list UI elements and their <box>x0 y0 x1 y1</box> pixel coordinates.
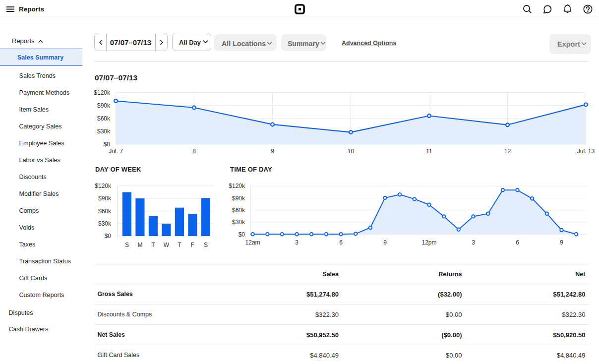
svg-text:6: 6 <box>339 239 343 246</box>
svg-text:3: 3 <box>295 239 299 246</box>
svg-text:S: S <box>125 242 129 248</box>
svg-text:9: 9 <box>560 239 563 246</box>
svg-text:W: W <box>164 242 170 248</box>
svg-text:$60k: $60k <box>98 208 112 215</box>
svg-text:3: 3 <box>472 239 475 246</box>
svg-text:11: 11 <box>426 148 432 155</box>
svg-text:12: 12 <box>504 148 511 155</box>
svg-text:T: T <box>178 242 181 248</box>
svg-text:T: T <box>151 242 155 248</box>
svg-text:Jul. 7: Jul. 7 <box>109 148 123 155</box>
svg-text:$0: $0 <box>239 231 245 238</box>
svg-text:$0: $0 <box>104 141 111 148</box>
svg-text:F: F <box>191 242 194 248</box>
svg-text:$90k: $90k <box>232 195 245 202</box>
svg-text:$30k: $30k <box>232 219 245 226</box>
svg-text:$0: $0 <box>105 233 112 240</box>
svg-text:$90k: $90k <box>97 102 111 109</box>
svg-text:$30k: $30k <box>97 128 111 135</box>
svg-text:9: 9 <box>271 148 274 155</box>
svg-text:$120k: $120k <box>95 182 112 189</box>
svg-text:10: 10 <box>348 148 355 155</box>
svg-text:$120k: $120k <box>94 89 111 96</box>
svg-text:$60k: $60k <box>232 207 245 214</box>
svg-text:S: S <box>204 242 208 248</box>
svg-text:Jul. 13: Jul. 13 <box>577 148 595 155</box>
svg-text:$60k: $60k <box>97 115 111 122</box>
svg-text:$90k: $90k <box>98 195 112 202</box>
svg-text:$30k: $30k <box>98 220 112 227</box>
svg-text:$120k: $120k <box>229 182 245 189</box>
svg-text:12pm: 12pm <box>421 239 436 246</box>
svg-text:6: 6 <box>516 239 519 246</box>
svg-text:12am: 12am <box>245 239 260 246</box>
svg-text:M: M <box>137 242 142 248</box>
svg-text:8: 8 <box>192 148 196 155</box>
svg-text:9: 9 <box>383 239 387 246</box>
